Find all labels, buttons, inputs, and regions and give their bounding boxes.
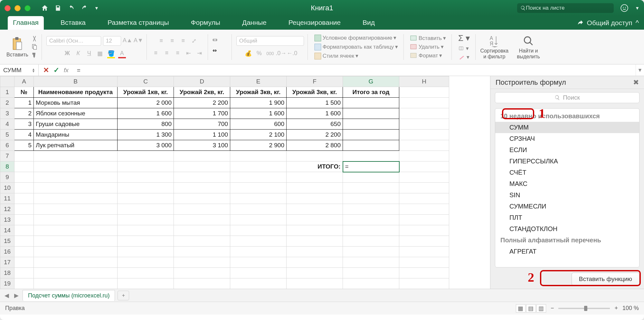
row-header[interactable]: 10	[0, 183, 14, 193]
cell[interactable]	[399, 193, 449, 204]
row-header[interactable]: 18	[0, 268, 14, 278]
cell[interactable]	[399, 236, 449, 247]
col-header[interactable]: B	[34, 76, 118, 87]
cell[interactable]: 1 600	[118, 108, 174, 119]
row-header[interactable]: 3	[0, 108, 14, 119]
cell[interactable]	[118, 247, 174, 257]
name-box-stepper-icon[interactable]: ▲▼	[32, 68, 35, 73]
cell[interactable]	[14, 204, 34, 215]
row-header[interactable]: 4	[0, 119, 14, 130]
cell[interactable]: 800	[118, 119, 174, 130]
row-header[interactable]: 6	[0, 140, 14, 151]
cell[interactable]	[118, 161, 174, 172]
cell[interactable]	[34, 257, 118, 268]
cell[interactable]	[118, 193, 174, 204]
cell[interactable]	[343, 204, 399, 215]
cell[interactable]	[34, 183, 118, 193]
tab-data[interactable]: Данные	[237, 16, 272, 30]
function-item[interactable]: СУММ	[495, 122, 639, 133]
cell[interactable]	[343, 172, 399, 183]
zoom-slider[interactable]	[558, 308, 610, 309]
cell[interactable]: 2 900	[230, 140, 287, 151]
cell[interactable]	[399, 140, 449, 151]
tab-home[interactable]: Главная	[8, 16, 44, 30]
cell[interactable]: 2 100	[230, 130, 287, 140]
cell[interactable]: 1 600	[287, 108, 343, 119]
cell[interactable]: 1 900	[230, 98, 287, 108]
row-header[interactable]: 14	[0, 225, 14, 236]
cell[interactable]	[174, 161, 230, 172]
cell[interactable]: Урожай 3кв, кг.	[287, 87, 343, 98]
minimize-window-button[interactable]	[14, 5, 21, 11]
clear-button[interactable]: ▾	[456, 53, 471, 61]
cell[interactable]	[399, 98, 449, 108]
undo-icon[interactable]	[67, 5, 75, 12]
currency-icon[interactable]: 💰	[244, 49, 253, 58]
row-header[interactable]: 7	[0, 151, 14, 161]
cell[interactable]: 650	[287, 119, 343, 130]
cell[interactable]	[287, 172, 343, 183]
cell[interactable]: 2 200	[287, 130, 343, 140]
cell[interactable]	[14, 151, 34, 161]
cell[interactable]	[230, 151, 287, 161]
cell[interactable]: Морковь мытая	[34, 98, 118, 108]
zoom-in-icon[interactable]: +	[614, 305, 618, 312]
cell[interactable]	[14, 257, 34, 268]
cut-icon[interactable]	[31, 35, 38, 42]
sheet-nav-prev-icon[interactable]: ◀	[3, 292, 10, 299]
row-header[interactable]: 1	[0, 87, 14, 98]
row-header[interactable]: 8	[0, 161, 14, 172]
titlebar-chevron-icon[interactable]: ▼	[635, 5, 639, 11]
cell[interactable]: Груши садовые	[34, 119, 118, 130]
col-header[interactable]: D	[174, 76, 230, 87]
increase-font-icon[interactable]: A▲	[123, 36, 132, 45]
tab-view[interactable]: Вид	[357, 16, 380, 30]
cell[interactable]: 5	[14, 140, 34, 151]
cell[interactable]	[287, 278, 343, 289]
percent-icon[interactable]: %	[255, 49, 264, 58]
formula-input[interactable]: =	[76, 67, 636, 74]
cell[interactable]	[34, 236, 118, 247]
col-header[interactable]: C	[118, 76, 174, 87]
cell[interactable]	[343, 130, 399, 140]
find-icon[interactable]	[523, 34, 534, 47]
format-cells-button[interactable]: Формат ▾	[408, 52, 444, 60]
collapse-ribbon-icon[interactable]: ^	[636, 19, 639, 27]
function-item[interactable]: ЕСЛИ	[495, 144, 639, 156]
fill-color-button[interactable]: 🪣	[107, 49, 116, 58]
function-item[interactable]: ПЛТ	[495, 212, 639, 223]
cell[interactable]	[343, 278, 399, 289]
font-name-combo[interactable]: Calibri (Осн…	[46, 36, 101, 46]
orientation-icon[interactable]: ⤢	[190, 36, 199, 45]
cell[interactable]	[118, 278, 174, 289]
cell[interactable]	[14, 278, 34, 289]
cell[interactable]	[399, 215, 449, 225]
function-item[interactable]: SIN	[495, 189, 639, 201]
cell[interactable]	[34, 151, 118, 161]
function-item[interactable]: СТАНДОТКЛОН	[495, 223, 639, 235]
function-item[interactable]: СУММЕСЛИ	[495, 201, 639, 212]
cell[interactable]	[34, 268, 118, 278]
cell[interactable]: Итого за год	[343, 87, 399, 98]
cell[interactable]: 3	[14, 119, 34, 130]
function-item[interactable]: МАКС	[495, 178, 639, 189]
cell[interactable]	[230, 161, 287, 172]
row-header[interactable]: 12	[0, 204, 14, 215]
save-icon[interactable]	[54, 5, 62, 12]
row-header[interactable]: 13	[0, 215, 14, 225]
cell[interactable]	[14, 268, 34, 278]
sheet-search[interactable]	[517, 3, 614, 13]
cell[interactable]	[343, 140, 399, 151]
redo-icon[interactable]	[81, 5, 89, 12]
cell[interactable]	[174, 172, 230, 183]
format-painter-icon[interactable]	[31, 52, 38, 59]
cell[interactable]: 3 100	[174, 140, 230, 151]
cell[interactable]	[287, 247, 343, 257]
cell[interactable]: №	[14, 87, 34, 98]
name-box[interactable]: СУММ ▲▼	[0, 64, 39, 76]
cell[interactable]	[287, 151, 343, 161]
expand-formula-bar-icon[interactable]: ▼	[636, 64, 644, 76]
cell[interactable]: 1 600	[230, 108, 287, 119]
cell[interactable]	[14, 225, 34, 236]
cell[interactable]	[399, 161, 449, 172]
